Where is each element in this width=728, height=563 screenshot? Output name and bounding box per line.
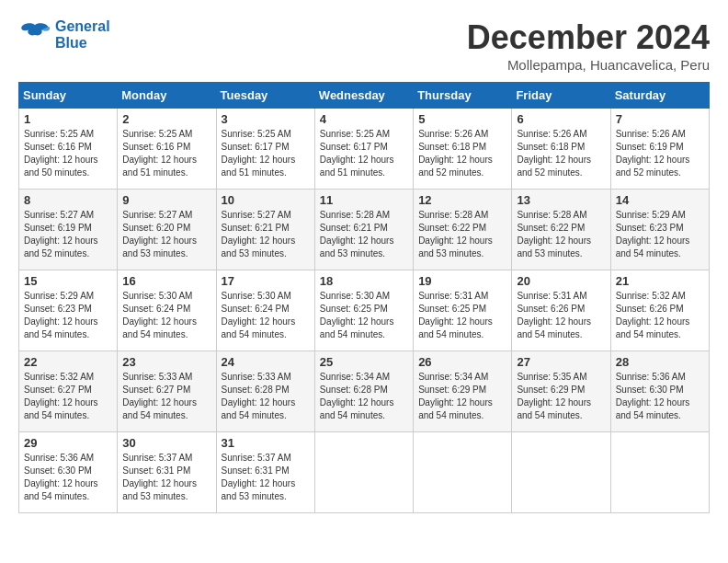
day-info: Sunrise: 5:30 AM Sunset: 6:25 PM Dayligh… — [320, 290, 408, 341]
day-number: 15 — [24, 274, 112, 288]
calendar-cell: 9Sunrise: 5:27 AM Sunset: 6:20 PM Daylig… — [118, 190, 216, 270]
day-info: Sunrise: 5:37 AM Sunset: 6:31 PM Dayligh… — [222, 452, 310, 503]
calendar-cell: 27Sunrise: 5:35 AM Sunset: 6:29 PM Dayli… — [512, 351, 610, 432]
day-info: Sunrise: 5:31 AM Sunset: 6:25 PM Dayligh… — [418, 290, 506, 341]
calendar-cell: 19Sunrise: 5:31 AM Sunset: 6:25 PM Dayli… — [414, 270, 512, 351]
header-tuesday: Tuesday — [216, 83, 314, 109]
calendar-cell: 15Sunrise: 5:29 AM Sunset: 6:23 PM Dayli… — [19, 270, 118, 351]
header-saturday: Saturday — [610, 83, 709, 109]
day-info: Sunrise: 5:28 AM Sunset: 6:22 PM Dayligh… — [517, 209, 605, 260]
day-number: 5 — [418, 112, 506, 126]
day-number: 6 — [517, 112, 605, 126]
day-number: 1 — [24, 112, 112, 126]
calendar-cell: 11Sunrise: 5:28 AM Sunset: 6:21 PM Dayli… — [314, 190, 413, 270]
day-number: 3 — [222, 112, 310, 126]
day-number: 4 — [320, 112, 408, 126]
calendar-cell: 3Sunrise: 5:25 AM Sunset: 6:17 PM Daylig… — [216, 109, 314, 190]
day-number: 9 — [122, 193, 210, 207]
day-info: Sunrise: 5:25 AM Sunset: 6:17 PM Dayligh… — [222, 128, 310, 179]
header-thursday: Thursday — [414, 83, 512, 109]
day-info: Sunrise: 5:33 AM Sunset: 6:27 PM Dayligh… — [122, 371, 210, 422]
week-row-1: 1Sunrise: 5:25 AM Sunset: 6:16 PM Daylig… — [19, 109, 710, 190]
day-info: Sunrise: 5:25 AM Sunset: 6:16 PM Dayligh… — [24, 128, 112, 179]
calendar-cell: 16Sunrise: 5:30 AM Sunset: 6:24 PM Dayli… — [118, 270, 216, 351]
header-friday: Friday — [512, 83, 610, 109]
day-number: 23 — [122, 355, 210, 369]
calendar-cell: 28Sunrise: 5:36 AM Sunset: 6:30 PM Dayli… — [610, 351, 709, 432]
calendar-cell — [610, 432, 709, 513]
calendar-cell: 8Sunrise: 5:27 AM Sunset: 6:19 PM Daylig… — [19, 190, 118, 270]
page-header: General Blue December 2024 Mollepampa, H… — [18, 18, 710, 73]
calendar-cell: 6Sunrise: 5:26 AM Sunset: 6:18 PM Daylig… — [512, 109, 610, 190]
day-number: 29 — [24, 436, 112, 450]
day-info: Sunrise: 5:34 AM Sunset: 6:29 PM Dayligh… — [418, 371, 506, 422]
day-number: 18 — [320, 274, 408, 288]
day-info: Sunrise: 5:27 AM Sunset: 6:20 PM Dayligh… — [122, 209, 210, 260]
calendar-cell — [512, 432, 610, 513]
calendar-cell: 25Sunrise: 5:34 AM Sunset: 6:28 PM Dayli… — [314, 351, 413, 432]
day-info: Sunrise: 5:36 AM Sunset: 6:30 PM Dayligh… — [616, 371, 704, 422]
day-info: Sunrise: 5:28 AM Sunset: 6:22 PM Dayligh… — [418, 209, 506, 260]
day-info: Sunrise: 5:25 AM Sunset: 6:17 PM Dayligh… — [320, 128, 408, 179]
calendar-cell: 22Sunrise: 5:32 AM Sunset: 6:27 PM Dayli… — [19, 351, 118, 432]
day-number: 12 — [418, 193, 506, 207]
calendar-cell — [414, 432, 512, 513]
day-number: 24 — [222, 355, 310, 369]
calendar-cell: 24Sunrise: 5:33 AM Sunset: 6:28 PM Dayli… — [216, 351, 314, 432]
calendar-cell: 5Sunrise: 5:26 AM Sunset: 6:18 PM Daylig… — [414, 109, 512, 190]
header-sunday: Sunday — [19, 83, 118, 109]
day-info: Sunrise: 5:32 AM Sunset: 6:27 PM Dayligh… — [24, 371, 112, 422]
calendar-cell: 31Sunrise: 5:37 AM Sunset: 6:31 PM Dayli… — [216, 432, 314, 513]
day-number: 7 — [616, 112, 704, 126]
logo-icon — [18, 18, 51, 52]
day-info: Sunrise: 5:26 AM Sunset: 6:19 PM Dayligh… — [616, 128, 704, 179]
day-info: Sunrise: 5:25 AM Sunset: 6:16 PM Dayligh… — [122, 128, 210, 179]
day-number: 21 — [616, 274, 704, 288]
day-info: Sunrise: 5:27 AM Sunset: 6:21 PM Dayligh… — [222, 209, 310, 260]
day-number: 16 — [122, 274, 210, 288]
day-number: 2 — [122, 112, 210, 126]
week-row-3: 15Sunrise: 5:29 AM Sunset: 6:23 PM Dayli… — [19, 270, 710, 351]
day-number: 28 — [616, 355, 704, 369]
day-info: Sunrise: 5:30 AM Sunset: 6:24 PM Dayligh… — [122, 290, 210, 341]
calendar-cell: 30Sunrise: 5:37 AM Sunset: 6:31 PM Dayli… — [118, 432, 216, 513]
calendar-cell: 13Sunrise: 5:28 AM Sunset: 6:22 PM Dayli… — [512, 190, 610, 270]
day-number: 25 — [320, 355, 408, 369]
day-info: Sunrise: 5:31 AM Sunset: 6:26 PM Dayligh… — [517, 290, 605, 341]
week-row-5: 29Sunrise: 5:36 AM Sunset: 6:30 PM Dayli… — [19, 432, 710, 513]
day-info: Sunrise: 5:26 AM Sunset: 6:18 PM Dayligh… — [418, 128, 506, 179]
calendar-cell: 14Sunrise: 5:29 AM Sunset: 6:23 PM Dayli… — [610, 190, 709, 270]
day-info: Sunrise: 5:32 AM Sunset: 6:26 PM Dayligh… — [616, 290, 704, 341]
day-number: 11 — [320, 193, 408, 207]
day-info: Sunrise: 5:28 AM Sunset: 6:21 PM Dayligh… — [320, 209, 408, 260]
calendar-cell: 4Sunrise: 5:25 AM Sunset: 6:17 PM Daylig… — [314, 109, 413, 190]
day-number: 31 — [222, 436, 310, 450]
day-number: 14 — [616, 193, 704, 207]
day-info: Sunrise: 5:29 AM Sunset: 6:23 PM Dayligh… — [24, 290, 112, 341]
calendar-cell — [314, 432, 413, 513]
logo: General Blue — [18, 18, 110, 52]
day-number: 13 — [517, 193, 605, 207]
calendar-cell: 18Sunrise: 5:30 AM Sunset: 6:25 PM Dayli… — [314, 270, 413, 351]
day-info: Sunrise: 5:30 AM Sunset: 6:24 PM Dayligh… — [222, 290, 310, 341]
day-number: 8 — [24, 193, 112, 207]
day-number: 22 — [24, 355, 112, 369]
header-wednesday: Wednesday — [314, 83, 413, 109]
day-number: 10 — [222, 193, 310, 207]
calendar-cell: 20Sunrise: 5:31 AM Sunset: 6:26 PM Dayli… — [512, 270, 610, 351]
calendar-table: SundayMondayTuesdayWednesdayThursdayFrid… — [18, 82, 710, 513]
title-block: December 2024 Mollepampa, Huancavelica, … — [467, 18, 710, 73]
calendar-cell: 7Sunrise: 5:26 AM Sunset: 6:19 PM Daylig… — [610, 109, 709, 190]
day-info: Sunrise: 5:33 AM Sunset: 6:28 PM Dayligh… — [222, 371, 310, 422]
day-info: Sunrise: 5:37 AM Sunset: 6:31 PM Dayligh… — [122, 452, 210, 503]
calendar-cell: 1Sunrise: 5:25 AM Sunset: 6:16 PM Daylig… — [19, 109, 118, 190]
day-info: Sunrise: 5:27 AM Sunset: 6:19 PM Dayligh… — [24, 209, 112, 260]
day-info: Sunrise: 5:36 AM Sunset: 6:30 PM Dayligh… — [24, 452, 112, 503]
calendar-cell: 12Sunrise: 5:28 AM Sunset: 6:22 PM Dayli… — [414, 190, 512, 270]
day-number: 26 — [418, 355, 506, 369]
calendar-cell: 2Sunrise: 5:25 AM Sunset: 6:16 PM Daylig… — [118, 109, 216, 190]
day-info: Sunrise: 5:29 AM Sunset: 6:23 PM Dayligh… — [616, 209, 704, 260]
calendar-cell: 17Sunrise: 5:30 AM Sunset: 6:24 PM Dayli… — [216, 270, 314, 351]
calendar-cell: 10Sunrise: 5:27 AM Sunset: 6:21 PM Dayli… — [216, 190, 314, 270]
header-monday: Monday — [118, 83, 216, 109]
